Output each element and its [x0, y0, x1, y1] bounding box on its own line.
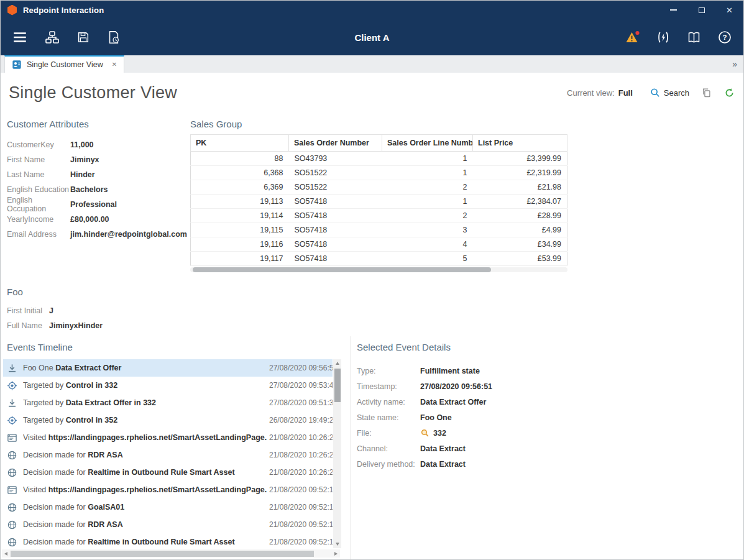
- scroll-up-button[interactable]: [333, 359, 341, 367]
- event-row[interactable]: Visited https://landingpages.rphelios.ne…: [3, 481, 333, 498]
- scrollbar-thumb[interactable]: [334, 369, 341, 402]
- selected-event-details-title: Selected Event Details: [357, 342, 743, 352]
- column-header-sales-order-number[interactable]: Sales Order Number: [289, 135, 382, 152]
- search-button[interactable]: Search: [650, 88, 689, 98]
- tab-close-icon[interactable]: ✕: [112, 62, 117, 68]
- app-window: Redpoint Interaction ✕ Client A: [0, 0, 744, 560]
- realtime-status-button[interactable]: [656, 30, 671, 45]
- close-button[interactable]: ✕: [715, 1, 743, 19]
- cell-sales-order-line-number: 3: [382, 223, 473, 237]
- customer-view-icon: [12, 60, 22, 70]
- events-timeline-panel: Events Timeline Foo One Data Extract Off…: [1, 336, 350, 559]
- events-list[interactable]: Foo One Data Extract Offer 27/08/2020 09…: [3, 359, 333, 548]
- cell-pk: 19,116: [191, 237, 289, 252]
- detail-label: File:: [357, 429, 420, 438]
- table-row[interactable]: 6,368 SO51522 1 £2,319.99: [191, 166, 567, 180]
- detail-text: Foo One: [420, 413, 452, 422]
- column-header-list-price[interactable]: List Price: [473, 135, 567, 152]
- table-row[interactable]: 88 SO43793 1 £3,399.99: [191, 152, 567, 166]
- event-timestamp: 21/08/2020 10:26:27: [269, 451, 333, 459]
- column-header-sales-order-line-number[interactable]: Sales Order Line Number: [382, 135, 473, 152]
- event-row[interactable]: Targeted by Data Extract Offer in 332 27…: [3, 394, 333, 411]
- cell-list-price: £3,399.99: [473, 152, 567, 166]
- minimize-icon: [670, 9, 677, 11]
- sitemap-button[interactable]: [45, 30, 60, 45]
- detail-label: Activity name:: [357, 398, 420, 406]
- attribute-label: English Occupation: [7, 196, 70, 213]
- event-row[interactable]: Decision made for RDR ASA 21/08/2020 10:…: [3, 446, 333, 464]
- detail-value: Fulfillment state: [420, 367, 480, 375]
- scroll-left-button[interactable]: [2, 549, 10, 558]
- cell-list-price: £4.99: [473, 223, 567, 237]
- event-timestamp: 27/08/2020 09:51:31: [269, 398, 333, 407]
- refresh-icon: [724, 88, 735, 98]
- event-timestamp: 21/08/2020 09:52:10: [269, 538, 333, 546]
- cell-sales-order-line-number: 1: [382, 152, 473, 166]
- current-view-control[interactable]: Current view: Full: [567, 88, 633, 98]
- globe-icon: [7, 502, 17, 513]
- scrollbar-thumb[interactable]: [193, 267, 491, 272]
- sales-group-table: PK Sales Order Number Sales Order Line N…: [190, 134, 567, 266]
- table-row[interactable]: 19,114 SO57418 2 £28.99: [191, 209, 567, 223]
- target-icon: [7, 380, 17, 391]
- event-row[interactable]: Decision made for Realtime in Outbound R…: [3, 533, 333, 548]
- scrollbar-thumb[interactable]: [11, 551, 314, 557]
- events-horizontal-scrollbar[interactable]: [2, 549, 340, 558]
- event-text: Decision made for Realtime in Outbound R…: [23, 538, 267, 546]
- detail-row: Type: Fulfillment state: [357, 363, 743, 379]
- table-row[interactable]: 6,369 SO51522 2 £21.98: [191, 180, 567, 195]
- menu-button[interactable]: [12, 29, 28, 45]
- download-icon: [7, 363, 17, 374]
- sales-horizontal-scrollbar[interactable]: [190, 267, 567, 272]
- cell-sales-order-number: SO51522: [289, 166, 382, 180]
- event-row[interactable]: Visited https://landingpages.rphelios.ne…: [3, 429, 333, 446]
- attribute-label: Last Name: [7, 170, 70, 179]
- tab-single-customer-view[interactable]: Single Customer View ✕: [4, 55, 124, 73]
- save-button[interactable]: [76, 30, 90, 44]
- maximize-button[interactable]: [687, 1, 715, 19]
- attribute-label: First Name: [7, 155, 70, 164]
- attribute-row: Full Name JiminyxHinder: [7, 318, 103, 333]
- target-icon: [7, 415, 17, 426]
- scroll-down-button[interactable]: [333, 540, 341, 548]
- sales-group-section: Sales Group PK Sales Order Number Sales …: [190, 119, 567, 272]
- page-title: Single Customer View: [9, 83, 177, 103]
- event-row[interactable]: Decision made for GoalSA01 21/08/2020 09…: [3, 498, 333, 516]
- detail-value[interactable]: 332: [420, 428, 446, 438]
- table-row[interactable]: 19,117 SO57418 5 £53.99: [191, 252, 567, 266]
- cell-sales-order-line-number: 1: [382, 166, 473, 180]
- attribute-row: First Name Jiminyx: [7, 152, 191, 167]
- detail-value: Data Extract: [420, 460, 466, 469]
- events-vertical-scrollbar[interactable]: [333, 359, 341, 548]
- help-button[interactable]: ?: [717, 30, 732, 45]
- copy-icon: [702, 88, 712, 98]
- foo-title: Foo: [7, 287, 103, 297]
- foo-section: Foo First Initial J Full Name JiminyxHin…: [7, 287, 103, 333]
- documentation-button[interactable]: [686, 30, 702, 45]
- scheduled-document-button[interactable]: [107, 30, 121, 44]
- sales-table-body: 88 SO43793 1 £3,399.99 6,368 SO51522 1 £…: [191, 152, 567, 266]
- refresh-button[interactable]: [724, 88, 735, 98]
- event-row[interactable]: Foo One Data Extract Offer 27/08/2020 09…: [3, 359, 333, 377]
- attribute-row: YearlyIncome £80,000.00: [7, 212, 191, 227]
- cell-sales-order-number: SO57418: [289, 252, 382, 266]
- copy-button[interactable]: [702, 88, 712, 98]
- event-row[interactable]: Targeted by Control in 352 26/08/2020 19…: [3, 411, 333, 429]
- scroll-right-button[interactable]: [332, 549, 340, 558]
- alerts-button[interactable]: [625, 30, 640, 45]
- event-text: Decision made for RDR ASA: [23, 520, 267, 529]
- event-row[interactable]: Decision made for Realtime in Outbound R…: [3, 464, 333, 481]
- table-row[interactable]: 19,113 SO57418 1 £2,384.07: [191, 195, 567, 209]
- event-row[interactable]: Decision made for RDR ASA 21/08/2020 09:…: [3, 516, 333, 533]
- double-chevron-right-icon[interactable]: »: [732, 59, 743, 69]
- detail-label: Delivery method:: [357, 460, 420, 469]
- detail-row: Channel: Data Extract: [357, 441, 743, 456]
- attribute-value: Hinder: [70, 170, 95, 179]
- search-icon: [650, 88, 660, 98]
- table-row[interactable]: 19,115 SO57418 3 £4.99: [191, 223, 567, 237]
- detail-row: State name: Foo One: [357, 410, 743, 425]
- minimize-button[interactable]: [659, 1, 687, 19]
- event-row[interactable]: Targeted by Control in 332 27/08/2020 09…: [3, 377, 333, 394]
- column-header-pk[interactable]: PK: [191, 135, 289, 152]
- table-row[interactable]: 19,116 SO57418 4 £34.99: [191, 237, 567, 252]
